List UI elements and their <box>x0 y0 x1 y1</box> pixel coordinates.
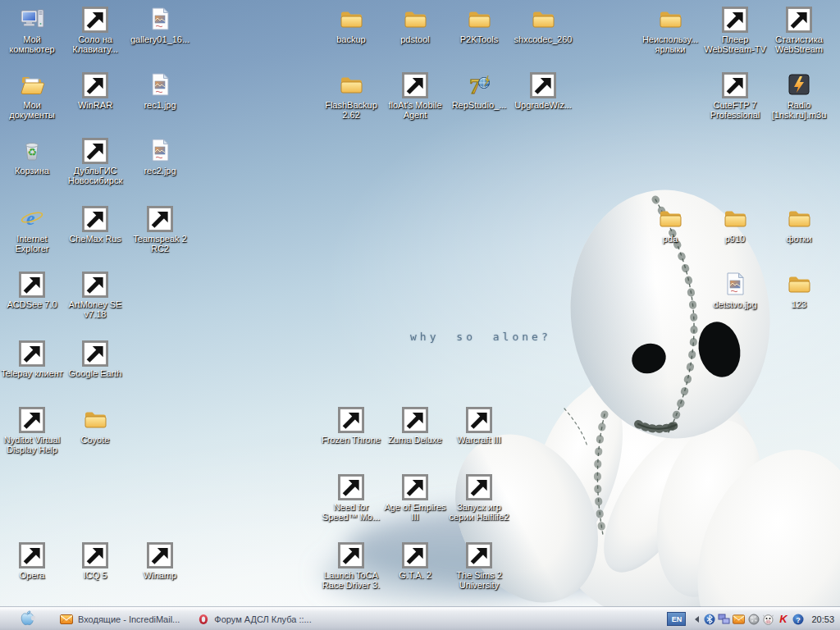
desktop-icon-winamp[interactable]: Winamp <box>129 541 191 580</box>
desktop-icon-nyditot[interactable]: Nyditot Virtual Display Help <box>1 405 63 454</box>
bluetooth-icon[interactable] <box>703 613 715 625</box>
icon-label: Teamspeak 2 RC2 <box>129 234 191 253</box>
folder-icon <box>785 204 813 232</box>
wstats-icon <box>785 5 813 33</box>
desktop-icon-artmoney[interactable]: ArtMoney SE v7.18 <box>64 270 126 319</box>
icon-label: Internet Explorer <box>1 234 63 253</box>
desktop-icon-p910[interactable]: p910 <box>704 204 766 244</box>
desktop-icon-nfs[interactable]: NFSMWNeed for Speed™ Mo... <box>320 472 382 522</box>
icon-label: CuteFTP 7 Professional <box>704 100 766 120</box>
desktop-icon-dublgis[interactable]: ДубльГИС Новосибирск <box>64 136 126 185</box>
icon-label: Соло на Клавиату... <box>64 34 126 54</box>
desktop-icon-frozen-throne[interactable]: Frozen Throne <box>320 405 382 445</box>
mail-icon <box>60 614 73 624</box>
desktop-icon-halflife2[interactable]: λ2Запуск игр серии Halflife2 <box>448 472 510 522</box>
desktop-icon-teamspeak[interactable]: TSTeamspeak 2 RC2 <box>129 204 191 253</box>
shortcut-arrow-icon <box>402 72 428 98</box>
start-button-apple[interactable] <box>20 610 35 628</box>
kaspersky-icon[interactable]: K <box>777 613 789 625</box>
shortcut-arrow-icon <box>19 340 45 367</box>
desktop-icon-telepay[interactable]: Telepay клиент <box>1 339 63 378</box>
globe-icon[interactable] <box>747 613 760 625</box>
image-icon <box>721 270 749 298</box>
desktop-icon-webstream-stats[interactable]: Статистика WebStream <box>768 5 830 54</box>
shortcut-arrow-icon <box>19 407 45 433</box>
desktop-icon-toca[interactable]: 3Launch ToCA Race Driver 3. <box>320 541 382 590</box>
image-icon <box>146 136 174 164</box>
icon-label: WinRAR <box>78 100 112 110</box>
desktop-icon-zuma[interactable]: Zuma Deluxe <box>384 405 446 445</box>
desktop-icon-cuteftp[interactable]: CuteFTP 7 Professional <box>704 71 766 120</box>
desktop-icon-icq5[interactable]: ICQ 5 <box>64 541 126 580</box>
desktop-icon-fotki[interactable]: фотки <box>768 204 830 244</box>
desktop-icon-webstream-tv[interactable]: Плеер WebStream-TV <box>704 5 766 54</box>
language-indicator[interactable]: EN <box>667 612 686 626</box>
desktop-icon-upgradewiz[interactable]: UpgradeWiz... <box>512 71 574 110</box>
icon-label: Плеер WebStream-TV <box>704 34 766 54</box>
desktop-icon-my-documents[interactable]: Мои документы <box>1 71 63 120</box>
desktop-icon-recycle-bin[interactable]: ♻Корзина <box>1 136 63 176</box>
gearth-icon <box>81 339 109 367</box>
desktop-icon-p2ktools[interactable]: P2KTools <box>448 5 510 44</box>
nyditot-icon <box>18 405 46 433</box>
desktop-icon-gallery[interactable]: gallery01_16... <box>129 5 191 44</box>
shortcut-arrow-icon <box>722 72 748 98</box>
desktop-icon-detstvo[interactable]: detstvo.jpg <box>704 270 766 309</box>
desktop-icon-unused-shortcuts[interactable]: Неиспользу... ярлыки <box>639 5 701 54</box>
shortcut-arrow-icon <box>338 474 364 500</box>
desktop-icon-shxcodec[interactable]: shxcodec_260 <box>512 5 574 44</box>
folder-icon <box>401 5 429 33</box>
desktop-icon-solo[interactable]: Соло на Клавиату... <box>64 5 126 54</box>
network-icon[interactable] <box>718 613 730 625</box>
desktop-icon-pdstool[interactable]: pdstool <box>384 5 446 44</box>
telepay-icon <box>18 339 46 367</box>
mail-icon[interactable] <box>733 613 745 625</box>
desktop-icon-winrar[interactable]: WinRAR <box>64 71 126 110</box>
desktop-icon-flashbackup[interactable]: FlashBackup 2.62 <box>320 71 382 120</box>
desktop-icon-folder-123[interactable]: 123 <box>768 270 830 309</box>
desktop-icon-backup[interactable]: backup <box>320 5 382 44</box>
desktop-icon-pda[interactable]: pda <box>639 204 701 244</box>
help-icon[interactable]: ? <box>792 613 804 625</box>
svg-text:?: ? <box>796 615 801 623</box>
shortcut-arrow-icon <box>147 542 173 568</box>
desktop-icon-google-earth[interactable]: Google Earth <box>64 339 126 378</box>
hl2-icon: λ2 <box>465 472 493 500</box>
icon-label: Frozen Throne <box>322 435 381 445</box>
collapse-chevron-icon[interactable] <box>692 616 699 623</box>
desktop-icon-radio-m3u[interactable]: Radio [1nsk.ru].m3u <box>768 71 830 120</box>
desktop-icon-rec2[interactable]: rec2.jpg <box>129 136 191 176</box>
shortcut-arrow-icon <box>19 542 45 568</box>
icon-label: Telepay клиент <box>1 368 63 378</box>
taskbar-button-forum[interactable]: Форум АДСЛ Клуба ::... <box>198 614 311 625</box>
icon-label: Age of Empires III <box>384 502 446 522</box>
desktop-icon-opera[interactable]: Opera <box>1 541 63 580</box>
shortcut-arrow-icon <box>82 272 108 298</box>
desktop-icon-gta2[interactable]: GTa2G.T.A. 2 <box>384 541 446 580</box>
desktop-icon-rec1[interactable]: rec1.jpg <box>129 71 191 110</box>
taskbar: Входящие - IncrediMail...Форум АДСЛ Клуб… <box>0 607 840 630</box>
folder-icon <box>529 5 557 33</box>
desktop-icon-warcraft3[interactable]: Warcraft III <box>448 405 510 445</box>
shortcut-arrow-icon <box>19 272 45 298</box>
desktop-icon-my-computer[interactable]: Мой компьютер <box>1 5 63 54</box>
desktop-icon-fma[interactable]: ffloAt's Mobile Agent <box>384 71 446 120</box>
desktop-icon-sims2[interactable]: The Sims 2 University <box>448 541 510 590</box>
desktop-icon-chemax[interactable]: CHEMAXCheMax Rus <box>64 204 126 244</box>
desktop-icon-acdsee[interactable]: ACDSee 7.0 <box>1 270 63 309</box>
desktop-icon-repstudio[interactable]: 7RepStudio_... <box>448 71 510 110</box>
icon-label: фотки <box>787 234 812 244</box>
shortcut-arrow-icon <box>82 542 108 568</box>
desktop-icon-aoe3[interactable]: Age of Empires III <box>384 472 446 522</box>
icon-label: Radio [1nsk.ru].m3u <box>768 100 830 120</box>
icon-label: FlashBackup 2.62 <box>320 100 382 120</box>
taskbar-button-incredimail[interactable]: Входящие - IncrediMail... <box>60 614 180 625</box>
icon-label: floAt's Mobile Agent <box>384 100 446 120</box>
icon-label: pda <box>663 234 678 244</box>
icon-label: Мой компьютер <box>1 34 63 54</box>
cow-icon[interactable] <box>762 613 774 625</box>
svg-text:e: e <box>26 208 35 229</box>
desktop-icon-coyote[interactable]: Coyote <box>64 405 126 445</box>
ie-icon: e <box>18 204 46 232</box>
desktop-icon-internet-explorer[interactable]: eInternet Explorer <box>1 204 63 253</box>
